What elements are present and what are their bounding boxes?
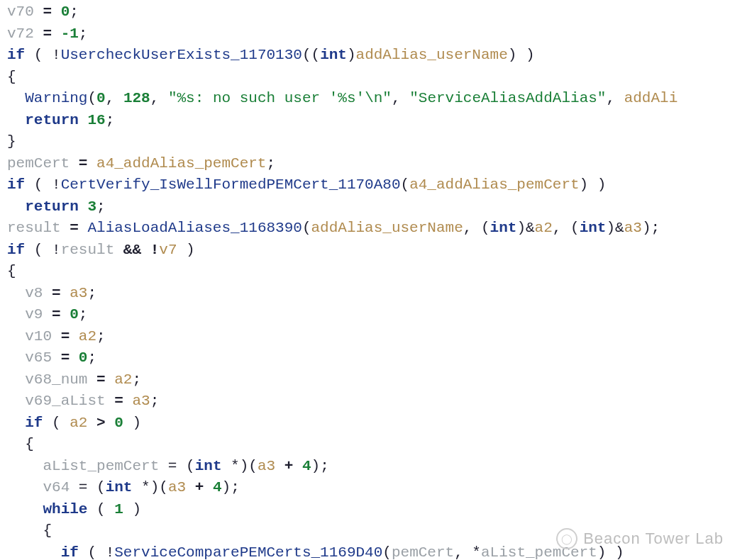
code-token: 0 — [79, 349, 88, 366]
code-line: return 3; — [7, 196, 745, 218]
code-line: v69_aList = a3; — [7, 391, 745, 413]
code-token: 128 — [123, 90, 150, 106]
code-token: && ! — [114, 242, 159, 258]
code-token: = — [61, 220, 88, 236]
code-token: a3 — [132, 393, 150, 409]
code-token: { — [7, 69, 16, 85]
code-token: a3 — [70, 285, 87, 301]
code-token — [7, 90, 25, 106]
code-token: pemCert — [7, 155, 70, 172]
code-token — [7, 349, 25, 366]
code-token: -1 — [61, 26, 79, 42]
code-token: result — [7, 220, 61, 236]
code-token: addAli — [624, 90, 678, 106]
code-line: { — [7, 520, 745, 542]
code-token: ( — [87, 501, 114, 517]
code-token: , — [150, 90, 168, 106]
code-token: ; — [96, 328, 106, 345]
code-token: a2 — [114, 371, 132, 388]
code-token: v64 — [43, 479, 70, 495]
code-token: ; — [96, 198, 106, 215]
code-token: v9 — [25, 306, 43, 323]
code-token — [7, 479, 43, 495]
code-line: } — [7, 131, 745, 153]
code-token: = — [43, 285, 70, 301]
code-token: 3 — [87, 198, 96, 215]
code-token: = — [34, 26, 61, 42]
code-token: ; — [150, 393, 160, 409]
code-token: } — [7, 133, 16, 150]
code-token: int — [195, 458, 222, 474]
code-line: { — [7, 67, 745, 89]
code-token — [7, 544, 61, 561]
code-token: ) — [123, 501, 141, 517]
code-line: v72 = -1; — [7, 23, 745, 45]
code-token: ); — [222, 479, 240, 495]
code-token — [7, 371, 25, 388]
code-token: = — [52, 349, 79, 366]
code-line: if ( !ServiceComparePEMCerts_1169D40(pem… — [7, 542, 745, 561]
code-token: v69_aList — [25, 393, 105, 409]
code-token: = — [34, 4, 61, 20]
code-token: UsercheckUserExists_1170130 — [61, 47, 302, 63]
code-token: , * — [454, 544, 481, 561]
code-token: if — [7, 242, 25, 258]
code-line: if ( a2 > 0 ) — [7, 413, 745, 435]
code-token: ; — [106, 112, 115, 128]
code-token: AliasLoadAliases_1168390 — [87, 220, 302, 236]
code-token: = — [87, 371, 114, 388]
code-token — [7, 393, 25, 409]
code-token: a3 — [168, 479, 186, 495]
code-token: if — [7, 177, 25, 193]
code-token: ; — [79, 26, 88, 42]
code-token: v72 — [7, 26, 34, 42]
code-token: pemCert — [392, 544, 454, 561]
code-token: int — [320, 47, 347, 63]
code-token: 16 — [87, 112, 105, 128]
code-token: a3 — [258, 458, 275, 474]
code-token: { — [7, 522, 52, 539]
code-token: = — [70, 155, 96, 172]
code-token: = — [43, 306, 70, 323]
code-token — [7, 285, 25, 301]
code-token: , — [392, 90, 409, 106]
code-token: , ( — [463, 220, 490, 236]
code-token: ( — [87, 90, 96, 106]
code-line: if ( !UsercheckUserExists_1170130((int)a… — [7, 45, 745, 67]
code-token: a2 — [535, 220, 553, 236]
code-token: ( — [302, 220, 311, 236]
code-line: v10 = a2; — [7, 326, 745, 348]
code-token — [79, 112, 88, 128]
code-token: addAlias_userName — [356, 47, 508, 63]
code-token: + — [275, 458, 302, 474]
code-token: result — [61, 242, 115, 258]
code-line: result = AliasLoadAliases_1168390(addAli… — [7, 218, 745, 240]
code-token: = ( — [70, 479, 105, 495]
code-token: = ( — [159, 458, 194, 474]
code-token: 1 — [114, 501, 123, 517]
code-token: , ( — [553, 220, 580, 236]
code-token: if — [7, 47, 25, 63]
code-token: ; — [79, 306, 88, 323]
code-token: 0 — [61, 4, 70, 20]
code-token: = — [52, 328, 79, 345]
code-token: v68_num — [25, 371, 87, 388]
code-token: a4_addAlias_pemCert — [96, 155, 266, 172]
code-line: v70 = 0; — [7, 1, 745, 23]
code-token: v10 — [25, 328, 52, 345]
code-token: a2 — [70, 415, 87, 431]
code-line: v65 = 0; — [7, 347, 745, 369]
code-token: ( — [401, 177, 410, 193]
code-token: ) ) — [580, 177, 607, 193]
code-token: "%s: no such user '%s'\n" — [168, 90, 392, 106]
code-line: { — [7, 261, 745, 283]
code-line: { — [7, 434, 745, 456]
code-token: aList_pemCert — [481, 544, 597, 561]
code-token: ) ) — [597, 544, 624, 561]
code-token: + — [186, 479, 213, 495]
code-line: Warning(0, 128, "%s: no such user '%s'\n… — [7, 88, 745, 110]
code-token: ( — [43, 415, 70, 431]
code-token: *)( — [221, 458, 257, 474]
code-token: ) ) — [508, 47, 535, 63]
code-line: v64 = (int *)(a3 + 4); — [7, 477, 745, 499]
